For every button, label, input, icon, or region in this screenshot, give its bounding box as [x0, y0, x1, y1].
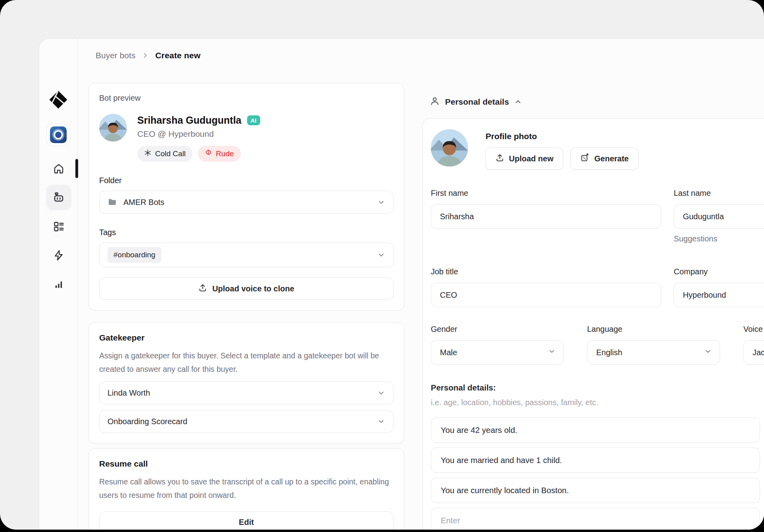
resume-call-card: Resume call Resume call allows you to sa…: [88, 448, 404, 530]
snowflake-icon: [144, 149, 152, 159]
upload-icon: [495, 153, 504, 164]
chevron-down-icon: [377, 198, 385, 206]
chevron-down-icon: [377, 417, 385, 425]
dice-icon: [580, 153, 589, 164]
last-name-label: Last name: [674, 189, 764, 198]
ai-badge: AI: [247, 115, 260, 125]
detail-input-new[interactable]: [431, 508, 760, 530]
gender-select[interactable]: [431, 340, 564, 365]
profile-photo-label: Profile photo: [486, 132, 639, 141]
active-nav-indicator: [75, 159, 78, 178]
tags-select[interactable]: #onboarding: [99, 243, 394, 267]
gatekeeper-template-value: Linda Worth: [107, 388, 377, 398]
resume-call-title: Resume call: [99, 459, 394, 469]
bot-subtitle: CEO @ Hyperbound: [137, 129, 260, 139]
gatekeeper-card: Gatekeeper Assign a gatekeeper for this …: [88, 322, 404, 444]
gender-label: Gender: [431, 325, 564, 334]
last-name-input[interactable]: [674, 204, 764, 229]
tag-cold-call-label: Cold Call: [155, 149, 186, 158]
app-icon: [50, 126, 67, 143]
personal-details-card: Profile photo Upload new: [422, 119, 764, 530]
bot-preview-card: Bot preview Sriharsha Guduguntla AI CEO …: [88, 83, 404, 310]
person-icon: [430, 96, 440, 108]
chevron-down-icon: [548, 347, 556, 357]
resume-call-description: Resume call allows you to save the trans…: [99, 475, 395, 502]
tags-label: Tags: [99, 228, 394, 237]
gatekeeper-description: Assign a gatekeeper for this buyer. Sele…: [99, 349, 395, 376]
sidebar-item-actions[interactable]: [46, 243, 71, 268]
personal-details-title: Personal details: [445, 97, 509, 107]
app-window: Buyer bots Create new Bot preview: [39, 38, 764, 530]
upload-voice-button[interactable]: Upload voice to clone: [99, 277, 394, 300]
robot-icon: [52, 191, 65, 204]
voice-select[interactable]: [743, 340, 764, 365]
gatekeeper-scorecard-select[interactable]: Onboarding Scorecard: [99, 410, 394, 433]
suggestions-text: Suggestions: [674, 234, 764, 243]
bot-name: Sriharsha Guduguntla: [137, 115, 242, 126]
bot-avatar: [99, 114, 127, 142]
list-details-icon: [53, 220, 65, 232]
tag-chip-onboarding[interactable]: #onboarding: [107, 247, 161, 263]
tag-rude-label: Rude: [216, 149, 234, 158]
details-hint: i.e. age, location, hobbies, passions, f…: [431, 398, 764, 407]
sidebar-item-buyer-bots[interactable]: [46, 185, 71, 210]
upload-icon: [198, 283, 207, 294]
company-label: Company: [674, 267, 764, 276]
upload-voice-label: Upload voice to clone: [212, 284, 294, 293]
language-label: Language: [587, 325, 720, 334]
workspace-switcher[interactable]: [46, 124, 70, 146]
first-name-input[interactable]: [431, 204, 661, 229]
folder-value: AMER Bots: [123, 198, 377, 207]
breadcrumb: Buyer bots Create new: [96, 51, 200, 60]
folder-icon: [107, 197, 117, 207]
bot-preview-title: Bot preview: [99, 94, 394, 103]
profile-photo: [431, 129, 468, 166]
sidebar-item-templates[interactable]: [46, 214, 71, 239]
tag-rude: Rude: [198, 146, 240, 162]
company-input[interactable]: [674, 283, 764, 307]
bolt-icon: [53, 249, 65, 261]
chevron-right-icon: [142, 52, 149, 59]
tag-cold-call: Cold Call: [137, 146, 192, 162]
chevron-up-icon[interactable]: [514, 98, 522, 106]
sidebar-item-analytics[interactable]: [46, 272, 71, 297]
generate-label: Generate: [594, 154, 629, 163]
sidebar: [39, 39, 78, 530]
breadcrumb-create-new: Create new: [155, 51, 200, 60]
chevron-down-icon: [377, 251, 385, 259]
job-title-label: Job title: [431, 267, 661, 276]
brain-icon: [205, 149, 212, 159]
edit-button[interactable]: Edit: [99, 511, 394, 530]
bar-chart-icon: [53, 279, 64, 290]
chevron-down-icon: [377, 389, 385, 397]
job-title-input[interactable]: [431, 283, 661, 307]
app-page: Buyer bots Create new Bot preview: [0, 0, 764, 530]
folder-label: Folder: [99, 176, 394, 185]
details-label: Personal details:: [431, 383, 764, 392]
first-name-label: First name: [431, 189, 661, 198]
gatekeeper-template-select[interactable]: Linda Worth: [99, 381, 394, 404]
chevron-down-icon: [704, 347, 712, 357]
folder-select[interactable]: AMER Bots: [99, 191, 394, 214]
language-select[interactable]: [587, 340, 720, 365]
home-icon: [53, 163, 65, 174]
personal-details-header[interactable]: Personal details: [422, 96, 764, 107]
gatekeeper-scorecard-value: Onboarding Scorecard: [107, 417, 377, 426]
breadcrumb-buyer-bots[interactable]: Buyer bots: [96, 51, 135, 60]
generate-button[interactable]: Generate: [570, 147, 639, 170]
detail-input-2[interactable]: [431, 448, 760, 473]
detail-input-3[interactable]: [431, 478, 760, 503]
hyperbound-logo-icon: [49, 90, 68, 109]
sidebar-item-home[interactable]: [46, 156, 71, 181]
detail-input-1[interactable]: [431, 417, 760, 443]
voice-label: Voice: [743, 325, 764, 334]
upload-new-label: Upload new: [509, 154, 553, 163]
gatekeeper-title: Gatekeeper: [99, 333, 394, 343]
upload-new-button[interactable]: Upload new: [486, 147, 563, 170]
